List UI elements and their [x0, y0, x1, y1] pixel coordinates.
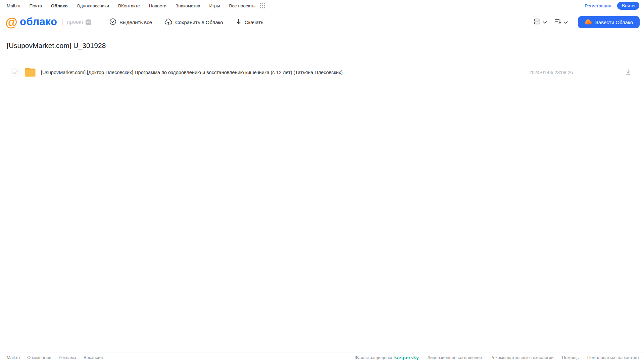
- footer-link-report-content[interactable]: Пожаловаться на контент: [587, 355, 639, 360]
- app-header: @ облако | проект vk Выделить все Сохран…: [0, 11, 644, 33]
- mailru-at-icon: @: [5, 16, 17, 29]
- registration-link[interactable]: Регистрация: [585, 3, 611, 8]
- portal-link-all-projects[interactable]: Все проекты: [229, 3, 255, 8]
- footer-link-jobs[interactable]: Вакансии: [84, 355, 103, 360]
- footer-link-help[interactable]: Помощь: [562, 355, 579, 360]
- view-mode-dropdown[interactable]: [532, 17, 548, 28]
- portal-nav-right: Регистрация Войти: [585, 2, 639, 10]
- portal-link-pochta[interactable]: Почта: [30, 3, 42, 8]
- file-name[interactable]: [UsupovMarket.com] [Доктор Плесовских] П…: [41, 70, 343, 75]
- footer-link-company[interactable]: О компании: [27, 355, 51, 360]
- cloud-upload-icon: [164, 18, 172, 26]
- footer-link-ads[interactable]: Реклама: [59, 355, 76, 360]
- check-circle-icon: [109, 18, 116, 26]
- cloud-icon: [585, 19, 592, 25]
- portal-link-znakomstva[interactable]: Знакомства: [176, 3, 200, 8]
- row-checkbox[interactable]: [11, 68, 19, 76]
- get-cloud-label: Завести Облако: [595, 19, 633, 25]
- portal-link-novosti[interactable]: Новости: [149, 3, 166, 8]
- portal-link-vkontakte[interactable]: ВКонтакте: [118, 3, 140, 8]
- sort-icon: [554, 18, 562, 26]
- get-cloud-button[interactable]: Завести Облако: [578, 16, 640, 28]
- footer: Mail.ru О компании Реклама Вакансии Файл…: [0, 353, 644, 362]
- cloud-logo[interactable]: @ облако | проект vk: [5, 16, 107, 29]
- footer-link-recommendation-tech[interactable]: Рекомендательные технологии: [490, 355, 553, 360]
- chevron-down-icon: [543, 19, 547, 25]
- portal-link-mailru[interactable]: Mail.ru: [7, 3, 20, 8]
- footer-link-mailru[interactable]: Mail.ru: [7, 355, 20, 360]
- portal-link-oblako[interactable]: Облако: [51, 3, 67, 8]
- portal-nav: Mail.ru Почта Облако Одноклассники ВКонт…: [0, 0, 644, 11]
- page-title: [UsupovMarket.com] U_301928: [7, 42, 106, 50]
- kaspersky-logo[interactable]: kaspersky: [394, 355, 419, 360]
- download-button[interactable]: Скачать: [236, 18, 263, 26]
- select-all-label: Выделить все: [119, 19, 152, 25]
- all-projects-grid-icon[interactable]: [260, 3, 265, 8]
- kaspersky-protected: Файлы защищены kaspersky: [355, 355, 419, 360]
- toolbar: Выделить все Сохранить в Облако Скачать: [109, 18, 263, 26]
- download-arrow-icon: [236, 18, 242, 26]
- row-download-icon[interactable]: [625, 69, 631, 77]
- list-view-icon: [534, 18, 541, 26]
- portal-link-odnoklassniki[interactable]: Одноклассники: [77, 3, 109, 8]
- header-right-controls: Завести Облако: [532, 16, 640, 28]
- download-label: Скачать: [245, 19, 263, 25]
- save-to-cloud-button[interactable]: Сохранить в Облако: [164, 18, 223, 26]
- select-all-button[interactable]: Выделить все: [109, 18, 152, 26]
- sort-dropdown[interactable]: [553, 17, 569, 28]
- chevron-down-icon: [563, 19, 568, 25]
- brand-name: облако: [20, 16, 57, 28]
- portal-link-igry[interactable]: Игры: [209, 3, 220, 8]
- footer-left-links: Mail.ru О компании Реклама Вакансии: [7, 355, 103, 360]
- save-to-cloud-label: Сохранить в Облако: [175, 19, 223, 25]
- portal-nav-links: Mail.ru Почта Облако Одноклассники ВКонт…: [7, 3, 265, 8]
- footer-right-links: Файлы защищены kaspersky Лицензионное со…: [355, 355, 639, 360]
- folder-icon: [24, 67, 36, 79]
- project-label: проект: [67, 19, 84, 25]
- file-date: 2024-01-06 23:08:26: [529, 70, 573, 75]
- logo-divider: |: [62, 18, 63, 26]
- vk-badge-icon: vk: [86, 19, 91, 25]
- footer-link-license[interactable]: Лицензионное соглашение: [427, 355, 482, 360]
- login-button[interactable]: Войти: [617, 2, 639, 10]
- protected-text: Файлы защищены: [355, 355, 392, 360]
- file-row[interactable]: [UsupovMarket.com] [Доктор Плесовских] П…: [0, 65, 644, 81]
